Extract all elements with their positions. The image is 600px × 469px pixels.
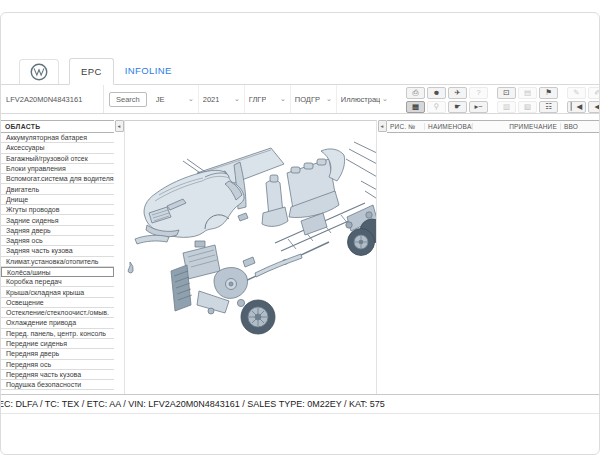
print-icon[interactable]: ⎙ [406, 87, 425, 99]
support-icon[interactable]: ☻ [427, 87, 446, 99]
home-logo-button[interactable] [19, 59, 59, 84]
sidebar-item[interactable]: Передние сиденья [1, 339, 114, 349]
sidebar-item[interactable]: Передняя ось [1, 360, 114, 370]
copy-icon: ▥ [497, 101, 516, 113]
screen-icon[interactable]: ⊡ [497, 87, 516, 99]
table-column-header: РИС. № [387, 123, 425, 130]
sidebar-item[interactable]: Задняя дверь [1, 226, 114, 236]
sidebar-item[interactable]: Задняя часть кузова [1, 246, 114, 256]
illustration-canvas[interactable] [124, 120, 377, 394]
main-group-select-value: ГЛГР [249, 95, 267, 104]
toolbar-gap [490, 101, 495, 113]
window-bottom-padding [1, 414, 599, 454]
sidebar-item[interactable]: Двигатель [1, 184, 114, 194]
sidebar-item[interactable]: Колёса/шины [1, 267, 114, 277]
sidebar-item[interactable]: Блоки управления [1, 164, 114, 174]
sidebar-item[interactable]: Передняя дверь [1, 349, 114, 359]
sidebar-item[interactable]: Багажный/грузовой отсек [1, 154, 114, 164]
tab-epc[interactable]: EPC [69, 58, 114, 85]
sidebar-item[interactable]: Вспомогат.система для водителя [1, 174, 114, 184]
prev-page-icon[interactable]: ◀ [588, 101, 600, 113]
table-column-header: ВВО [561, 123, 599, 130]
zoom-controls-icon[interactable]: ▸− [469, 101, 488, 113]
search-toolbar-row: Search JE⌄2021⌄ГЛГР⌄ПОДГР⌄Иллюстрац.⌄ ⎙☻… [1, 85, 599, 114]
vehicle-status-text: EC: DLFA / TC: TEX / ETC: AA / VIN: LFV2… [1, 399, 385, 409]
catalog-select[interactable]: JE⌄ [152, 85, 198, 113]
illustration-select[interactable]: Иллюстрац.⌄ [336, 85, 392, 113]
filter-dropdowns: JE⌄2021⌄ГЛГР⌄ПОДГР⌄Иллюстрац.⌄ [152, 85, 392, 113]
sidebar-item[interactable]: Перед. панель, центр. консоль [1, 329, 114, 339]
panel-collapse-button[interactable]: ◂ [378, 120, 387, 132]
tab-infoline[interactable]: INFOLINE [114, 57, 183, 84]
sidebar-item[interactable]: Днище [1, 195, 114, 205]
year-select-value: 2021 [203, 95, 220, 104]
sidebar-collapse-button[interactable]: ◂ [115, 120, 124, 132]
document-icon: ▤ [518, 87, 537, 99]
first-page-icon[interactable]: ▏◀ [567, 101, 586, 113]
chevron-down-icon: ⌄ [382, 95, 388, 103]
sidebar-item[interactable]: Климат.установка/отопитель [1, 257, 114, 267]
content-area: ОБЛАСТЬ Аккумуляторная батареяАксессуары… [1, 120, 599, 394]
catalog-select-value: JE [156, 95, 165, 104]
subgroup-select-value: ПОДГР [295, 95, 320, 104]
sidebar-item[interactable]: Остекление/стеклоочист./омыв. [1, 308, 114, 318]
sidebar-item[interactable]: Охлаждение привода [1, 318, 114, 328]
sidebar-header: ОБЛАСТЬ [1, 120, 114, 133]
main-group-select[interactable]: ГЛГР⌄ [244, 85, 290, 113]
toolbar: ⎙☻✈?⊡▤⚑✎✐▦⚲☛▸−▥▧☷▏◀◀ [406, 87, 600, 113]
window-top-padding [1, 13, 599, 57]
sidebar-collapse-strip: ◂ [114, 120, 124, 394]
vw-logo-icon [30, 63, 48, 81]
sidebar-item[interactable]: Аксессуары [1, 143, 114, 153]
sidebar-item[interactable]: Аккумуляторная батарея [1, 133, 114, 143]
cart-icon[interactable]: ☷ [539, 101, 558, 113]
toolbar-row: ▦⚲☛▸−▥▧☷▏◀◀ [406, 101, 600, 113]
vin-input[interactable] [1, 85, 104, 113]
tab-bar: EPC INFOLINE [1, 57, 599, 85]
toolbar-row: ⎙☻✈?⊡▤⚑✎✐ [406, 87, 600, 99]
toolbar-gap [560, 101, 565, 113]
sidebar-item[interactable]: Задние сиденья [1, 215, 114, 225]
parts-panel: РИС. №НАИМЕНОВАНИЕПРИМЕЧАНИЕВВО [387, 120, 599, 394]
chevron-down-icon: ⌄ [326, 95, 332, 103]
archive-icon: ▧ [518, 101, 537, 113]
year-select[interactable]: 2021⌄ [198, 85, 244, 113]
panel-collapse-strip: ◂ [377, 120, 387, 394]
chevron-down-icon: ⌄ [280, 95, 286, 103]
sidebar-item[interactable]: Коробка передач [1, 277, 114, 287]
parts-table-header: РИС. №НАИМЕНОВАНИЕПРИМЕЧАНИЕВВО [387, 120, 599, 133]
sidebar-item[interactable]: Крыша/складная крыша [1, 287, 114, 297]
table-column-header: НАИМЕНОВАНИЕ [425, 123, 473, 130]
subgroup-select[interactable]: ПОДГР⌄ [290, 85, 336, 113]
edit-icon: ✐ [588, 87, 600, 99]
pin-icon: ✎ [567, 87, 586, 99]
toolbar-gap [490, 87, 495, 99]
sidebar-item[interactable]: Передняя часть кузова [1, 370, 114, 380]
chevron-down-icon: ⌄ [234, 95, 240, 103]
sidebar-item[interactable]: Подушка безопасности [1, 380, 114, 390]
sidebar-item[interactable]: Задняя ось [1, 236, 114, 246]
illustration-list-icon[interactable]: ▦ [406, 101, 425, 113]
exploded-car-illustration [125, 121, 377, 394]
app-window: EPC INFOLINE Search JE⌄2021⌄ГЛГР⌄ПОДГР⌄И… [0, 12, 600, 455]
illustration-select-value: Иллюстрац. [341, 95, 380, 104]
sidebar-list: Аккумуляторная батареяАксессуарыБагажный… [1, 133, 114, 394]
table-column-header: ПРИМЕЧАНИЕ [473, 123, 561, 130]
search-button[interactable]: Search [109, 92, 147, 107]
sidebar-item[interactable]: Освещение [1, 298, 114, 308]
hand-pointer-icon[interactable]: ☛ [448, 101, 467, 113]
key-icon: ⚲ [427, 101, 446, 113]
status-bar: EC: DLFA / TC: TEX / ETC: AA / VIN: LFV2… [1, 394, 599, 414]
page: EPC INFOLINE Search JE⌄2021⌄ГЛГР⌄ПОДГР⌄И… [0, 0, 600, 469]
parts-table-body[interactable] [387, 133, 599, 394]
chevron-down-icon: ⌄ [188, 95, 194, 103]
parts-cart-icon[interactable]: ⚑ [539, 87, 558, 99]
sidebar: ОБЛАСТЬ Аккумуляторная батареяАксессуары… [1, 120, 114, 394]
send-icon[interactable]: ✈ [448, 87, 467, 99]
toolbar-gap [560, 87, 565, 99]
help-icon: ? [469, 87, 488, 99]
sidebar-item[interactable]: Жгуты проводов [1, 205, 114, 215]
